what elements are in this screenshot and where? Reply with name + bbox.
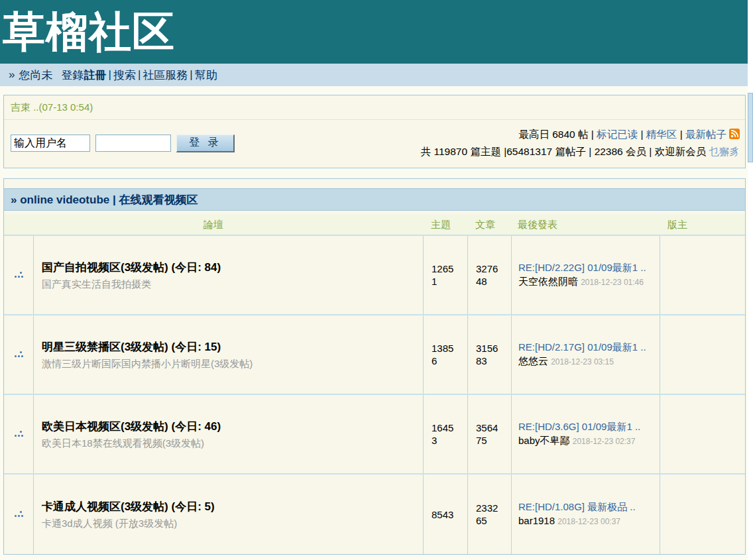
forum-row: 欧美日本视频区(3级发帖) (今日: 46) 欧美日本18禁在线观看视频(3级发…	[4, 395, 745, 475]
moderator-cell	[660, 475, 745, 554]
last-post-cell: RE:[HD/3.6G] 01/09最新1 .. baby不卑鄙 2018-12…	[511, 395, 660, 473]
nav-register-link[interactable]: 註冊	[84, 68, 106, 83]
site-title: 草榴社区	[3, 1, 175, 62]
login-form: 登 录	[11, 135, 235, 152]
site-banner: 草榴社区	[0, 0, 748, 64]
header-last-post: 最後發表	[511, 219, 660, 231]
posts-count: 356475	[467, 395, 511, 473]
last-post-cell: RE:[HD/1.08G] 最新极品 .. bar1918 2018-12-23…	[511, 475, 660, 554]
header-forum: 論壇	[4, 219, 423, 231]
topics-count: 8543	[423, 475, 467, 554]
forum-info-cell: 欧美日本视频区(3级发帖) (今日: 46) 欧美日本18禁在线观看视频(3级发…	[33, 395, 423, 473]
last-post-link[interactable]: RE:[HD/2.17G] 01/09最新1 ..	[518, 341, 646, 353]
last-post-time: 2018-12-23 02:37	[573, 437, 636, 446]
posts-count: 327648	[467, 236, 511, 314]
last-post-link[interactable]: RE:[HD/2.22G] 01/09最新1 ..	[518, 262, 646, 273]
forum-description: 欧美日本18禁在线观看视频(3级发帖)	[42, 437, 423, 450]
moderator-cell	[660, 395, 745, 473]
forum-row: 国产自拍视频区(3级发帖) (今日: 84) 国产真实生活自我拍摄类 12651…	[4, 236, 745, 315]
latest-posts-link[interactable]: 最新帖子	[685, 129, 726, 140]
posts-count: 315683	[467, 315, 511, 394]
table-header-row: 論壇 主題 文章 最後發表 版主	[4, 215, 745, 236]
mark-read-link[interactable]: 标记已读	[597, 129, 638, 140]
topics-count: 12651	[423, 236, 467, 314]
nav-services-link[interactable]: 社區服務	[143, 68, 188, 83]
forum-title-link[interactable]: 国产自拍视频区(3级发帖) (今日: 84)	[42, 260, 423, 275]
nav-separator: |	[108, 68, 111, 82]
last-post-user[interactable]: 悠悠云	[518, 355, 548, 366]
max-daily-posts: 最高日 6840 帖	[518, 129, 588, 140]
section-title[interactable]: » online videotube | 在线观看视频区	[11, 194, 198, 206]
digest-link[interactable]: 精华区	[646, 129, 677, 140]
forum-description: 激情三级片断国际国内禁播小片断明星(3级发帖)	[42, 358, 423, 370]
stats-separator: |	[641, 129, 644, 140]
forum-title-link[interactable]: 欧美日本视频区(3级发帖) (今日: 46)	[42, 419, 423, 434]
nav-help-link[interactable]: 幫助	[195, 68, 217, 83]
forum-description: 卡通3d成人视频 (开放3级发帖)	[42, 518, 423, 530]
nav-separator: |	[138, 68, 141, 82]
stats-line-1: 最高日 6840 帖 | 标记已读 | 精华区 | 最新帖子	[421, 127, 740, 144]
rss-icon[interactable]	[729, 128, 740, 144]
nav-separator: |	[190, 68, 192, 82]
forum-dots-icon	[15, 351, 23, 358]
forum-title-link[interactable]: 明星三级禁播区(3级发帖) (今日: 15)	[42, 339, 423, 355]
last-post-cell: RE:[HD/2.22G] 01/09最新1 .. 天空依然阴暗 2018-12…	[511, 236, 660, 314]
section-header: » online videotube | 在线观看视频区	[4, 188, 745, 211]
login-row: 登 录 最高日 6840 帖 | 标记已读 | 精华区 | 最新帖子 共 119…	[4, 120, 745, 168]
forum-dots-icon	[15, 511, 23, 518]
forum-icon-cell	[4, 236, 33, 314]
posts-count: 233265	[467, 475, 511, 554]
nav-search-link[interactable]: 搜索	[113, 68, 136, 83]
header-posts: 文章	[467, 219, 511, 231]
last-post-cell: RE:[HD/2.17G] 01/09最新1 .. 悠悠云 2018-12-23…	[511, 315, 660, 394]
announcement-text[interactable]: 吉束 ..(07-13 0:54)	[4, 95, 745, 120]
forum-section-box: » online videotube | 在线观看视频区 論壇 主題 文章 最後…	[3, 178, 746, 555]
forum-description: 国产真实生活自我拍摄类	[42, 278, 423, 291]
topics-count: 16453	[423, 395, 467, 473]
header-topics: 主題	[423, 219, 467, 231]
nav-login-link[interactable]: 登錄	[61, 68, 84, 83]
header-moderator: 版主	[660, 219, 745, 231]
last-post-time: 2018-12-23 01:46	[581, 278, 644, 287]
last-post-time: 2018-12-23 00:37	[557, 517, 620, 526]
forum-rows: 国产自拍视频区(3级发帖) (今日: 84) 国产真实生活自我拍摄类 12651…	[4, 236, 745, 554]
forum-stats: 最高日 6840 帖 | 标记已读 | 精华区 | 最新帖子 共 119870 …	[421, 127, 740, 160]
moderator-cell	[660, 315, 745, 394]
announcement-box: 吉束 ..(07-13 0:54) 登 录 最高日 6840 帖 | 标记已读 …	[3, 95, 746, 168]
nav-bar: » 您尚未 登錄 註冊 | 搜索 | 社區服務 | 幫助	[0, 64, 748, 86]
forum-dots-icon	[15, 431, 23, 437]
newest-member-link[interactable]: 乜獬豸	[709, 146, 740, 157]
forum-title-link[interactable]: 卡通成人视频区(3级发帖) (今日: 5)	[42, 499, 423, 514]
username-input[interactable]	[11, 135, 90, 152]
forum-row: 明星三级禁播区(3级发帖) (今日: 15) 激情三级片断国际国内禁播小片断明星…	[4, 315, 745, 395]
scrollbar-thumb[interactable]	[748, 93, 753, 162]
stats-line-2: 共 119870 篇主题 |65481317 篇帖子 | 22386 会员 | …	[421, 144, 740, 160]
forum-dots-icon	[15, 272, 23, 278]
stats-separator: |	[680, 129, 683, 140]
forum-info-cell: 国产自拍视频区(3级发帖) (今日: 84) 国产真实生活自我拍摄类	[33, 236, 423, 314]
password-input[interactable]	[95, 135, 171, 152]
forum-row: 卡通成人视频区(3级发帖) (今日: 5) 卡通3d成人视频 (开放3级发帖) …	[4, 475, 745, 554]
last-post-user[interactable]: baby不卑鄙	[518, 435, 570, 446]
moderator-cell	[660, 236, 745, 314]
scrollbar-track[interactable]	[748, 0, 753, 560]
nav-status-text: 您尚未	[19, 68, 52, 83]
last-post-user[interactable]: bar1918	[518, 515, 555, 526]
forum-icon-cell	[4, 395, 33, 473]
last-post-link[interactable]: RE:[HD/3.6G] 01/09最新1 ..	[518, 421, 640, 432]
nav-prefix: »	[9, 68, 15, 82]
login-button[interactable]: 登 录	[176, 135, 235, 152]
last-post-link[interactable]: RE:[HD/1.08G] 最新极品 ..	[518, 501, 636, 512]
forum-info-cell: 卡通成人视频区(3级发帖) (今日: 5) 卡通3d成人视频 (开放3级发帖)	[33, 475, 423, 554]
forum-icon-cell	[4, 475, 33, 554]
totals-text: 共 119870 篇主题 |65481317 篇帖子 | 22386 会员 | …	[421, 146, 706, 157]
last-post-time: 2018-12-23 03:15	[551, 357, 614, 366]
topics-count: 13856	[423, 315, 467, 394]
last-post-user[interactable]: 天空依然阴暗	[518, 276, 578, 287]
stats-separator: |	[591, 129, 594, 140]
forum-icon-cell	[4, 315, 33, 394]
forum-info-cell: 明星三级禁播区(3级发帖) (今日: 15) 激情三级片断国际国内禁播小片断明星…	[33, 315, 423, 394]
